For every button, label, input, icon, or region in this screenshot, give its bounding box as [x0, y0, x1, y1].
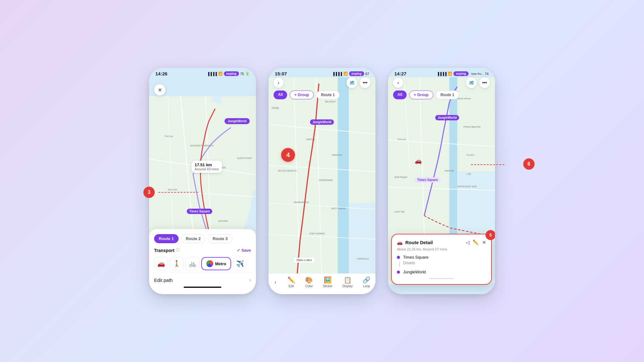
route-tabs: Route 1 Route 2 Route 3 — [154, 234, 251, 243]
waypoint-dot-origin — [397, 256, 400, 259]
route-tab-3[interactable]: Route 3 — [208, 234, 232, 243]
back-button-2[interactable]: ‹ — [274, 78, 284, 88]
map-icon-btn-3[interactable]: 🗺️ — [466, 77, 477, 88]
phone-1: UNIVERSITY HEIGHTS HIGHBRIDGE New York A… — [149, 68, 256, 294]
filter-bar-2: All + Group Route 1 — [269, 90, 375, 99]
close-icon-rd[interactable]: ✕ — [482, 239, 486, 245]
svg-text:New York: New York — [168, 189, 177, 191]
edit-path-row[interactable]: Edit path › — [154, 272, 251, 284]
status-bar-1: 14:26 ▐▐▐▐ 📶 exping 75 🔋 — [149, 68, 256, 78]
svg-text:MILTON HEIGHTS: MILTON HEIGHTS — [278, 170, 297, 172]
svg-text:LGA: LGA — [467, 173, 471, 175]
transport-label: Transport ⓘ — [154, 248, 180, 253]
toolbar-back-btn[interactable]: ‹ — [269, 279, 282, 285]
more-options-btn-3[interactable]: ••• — [479, 77, 490, 88]
metro-icon — [206, 260, 213, 267]
back-button-3[interactable]: ‹ — [393, 78, 403, 88]
filter-bar-3: All + Group Route 1 — [388, 90, 495, 99]
route-detail-subtitle: About 22.26 km, Around 27 mins — [397, 247, 486, 251]
transport-metro[interactable]: Metro — [201, 257, 231, 270]
jungle-world-pin-2: JungleWorld — [310, 119, 334, 125]
display-icon: 📋 — [344, 276, 352, 284]
toolbar-sticker[interactable]: 🖼️ Sticker — [323, 276, 333, 288]
svg-text:PORT MORRIS: PORT MORRIS — [309, 233, 325, 235]
svg-text:MARBL: MARBL — [272, 107, 279, 109]
status-icons-1: ▐▐▐▐ 📶 exping 75 🔋 — [207, 71, 250, 76]
svg-text:YORKVILLE: YORKVILLE — [357, 258, 369, 260]
svg-text:UPPER EAST SIDE: UPPER EAST SIDE — [457, 185, 477, 188]
edit-icon-rd[interactable]: ✏️ — [473, 239, 479, 245]
waypoint-jungle-world: JungleWorld — [397, 270, 486, 274]
time-1: 14:26 — [155, 71, 167, 76]
chevron-right-icon: › — [249, 277, 251, 283]
route-detail-header: 🚗 Route Detail ◁ ✏️ ✕ — [397, 239, 486, 245]
transport-bike[interactable]: 🚲 — [186, 257, 199, 271]
svg-rect-4 — [221, 96, 256, 190]
status-icons-2: ▐▐▐▐ 📶 exping 67 — [332, 71, 369, 76]
route-detail-actions: ◁ ✏️ ✕ — [466, 239, 486, 245]
svg-text:Fort Lee: Fort Lee — [397, 138, 406, 140]
filter-route1-2[interactable]: Route 1 — [316, 90, 340, 99]
route-detail-title: 🚗 Route Detail — [397, 240, 433, 245]
distance-bubble: 17.51 km Around 43 mins — [192, 161, 222, 173]
filter-all-3[interactable]: All — [393, 90, 407, 99]
transport-flight[interactable]: ✈️ — [233, 257, 247, 271]
toolbar-loop[interactable]: 🔗 Loop — [363, 276, 370, 288]
jungle-world-pin-3: JungleWorld — [435, 115, 459, 120]
svg-text:HUNTS POINT: HUNTS POINT — [237, 157, 252, 159]
toolbar-display[interactable]: 📋 Display — [342, 276, 353, 288]
save-button[interactable]: ✓ Save — [237, 248, 251, 253]
svg-text:BELMONT: BELMONT — [325, 101, 336, 103]
phone-2: MARBL BELMONT INGTON MILTON HEIGHTS TREM… — [269, 68, 375, 294]
car-pin: 🚗 — [415, 157, 422, 164]
svg-text:INGTON: INGTON — [306, 138, 315, 140]
svg-text:Pelham Bay Park: Pelham Bay Park — [464, 126, 481, 128]
phone-3: Mount Vernon Pelham Bay Park Fort Lee No… — [388, 68, 495, 294]
home-indicator-3 — [429, 278, 454, 279]
svg-text:North Bergen: North Bergen — [394, 176, 408, 178]
navigate-icon[interactable]: ◁ — [466, 239, 469, 245]
filter-group-3[interactable]: + Group — [409, 90, 433, 99]
times-square-pin-1: Times Square — [187, 209, 212, 214]
route-tab-2[interactable]: Route 2 — [181, 234, 206, 243]
nav-header-2: ‹ 🗺️ ••• — [269, 77, 375, 88]
step-badge-5: 5 — [486, 230, 495, 240]
toolbar-color[interactable]: 🎨 Color — [305, 276, 313, 288]
transport-walk[interactable]: 🚶 — [170, 257, 184, 271]
app-badge-3: exping — [453, 71, 469, 76]
close-button[interactable]: ✕ — [154, 84, 165, 96]
toolbar-items: ✏️ Edit 🎨 Color 🖼️ Sticker 📋 Display 🔗 — [282, 276, 375, 288]
nav-header-3: ‹ 🗺️ ••• — [388, 77, 495, 88]
scale-bar: 750m 1.5km — [294, 258, 314, 263]
app-badge-1: exping — [224, 71, 239, 76]
svg-text:Fort Lee: Fort Lee — [165, 135, 173, 137]
status-bar-3: 14:27 ▐▐▐▐ 📶 exping New Ro... 74 — [388, 68, 495, 78]
map-icon-btn[interactable]: 🗺️ — [347, 77, 357, 88]
status-icons-3: ▐▐▐▐ 📶 exping New Ro... 74 — [437, 71, 489, 76]
svg-text:MHANHATTAN: MHANHATTAN — [294, 201, 309, 203]
toolbar-edit[interactable]: ✏️ Edit — [287, 276, 295, 288]
annotation-3: 3 — [143, 187, 155, 198]
annotation-6: 6 — [523, 158, 535, 170]
svg-text:MOTT HAVEN: MOTT HAVEN — [331, 207, 346, 210]
map-background-2: MARBL BELMONT INGTON MILTON HEIGHTS TREM… — [269, 68, 375, 294]
bottom-panel-1: Route 1 Route 2 Route 3 Transport ⓘ ✓ Sa… — [149, 229, 256, 294]
svg-text:ASTORIA: ASTORIA — [218, 220, 228, 222]
edit-path-label: Edit path — [154, 277, 173, 283]
sticker-icon: 🖼️ — [324, 276, 332, 284]
filter-all-2[interactable]: All — [274, 90, 287, 99]
filter-route1-3[interactable]: Route 1 — [436, 90, 459, 99]
color-icon: 🎨 — [305, 276, 313, 284]
more-options-btn[interactable]: ••• — [360, 77, 370, 88]
waypoint-connector — [399, 262, 400, 267]
route-tab-1[interactable]: Route 1 — [154, 234, 179, 243]
status-bar-2: 15:07 ▐▐▐▐ 📶 exping 67 — [269, 68, 375, 78]
transport-car[interactable]: 🚗 — [154, 257, 168, 271]
svg-text:UNIVERSITY HEIGHTS: UNIVERSITY HEIGHTS — [190, 145, 214, 147]
transport-row: Transport ⓘ ✓ Save — [154, 248, 251, 253]
filter-group-2[interactable]: + Group — [290, 90, 314, 99]
times-square-pin-3: Times Square — [415, 177, 440, 183]
svg-text:Union City: Union City — [394, 211, 405, 213]
route-detail-panel: 5 🚗 Route Detail ◁ ✏️ ✕ About 22.26 km, … — [391, 234, 492, 285]
svg-text:MORRISANIA: MORRISANIA — [319, 179, 333, 181]
